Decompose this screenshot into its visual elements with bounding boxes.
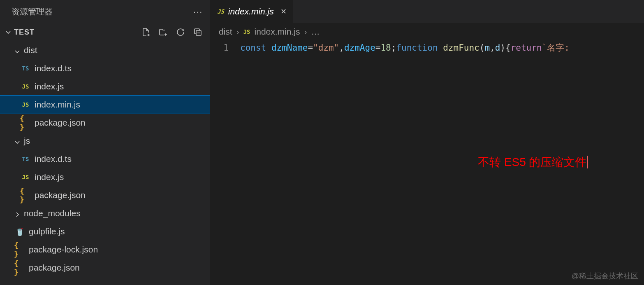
js-icon: JS <box>20 83 31 90</box>
line-number: 1 <box>211 41 240 54</box>
code-token: 18 <box>380 43 391 53</box>
code-token: d <box>495 43 500 53</box>
ts-icon: TS <box>20 156 31 162</box>
code-token: function <box>396 43 438 53</box>
chevron-right-icon <box>14 210 21 217</box>
chevron-down-icon <box>14 47 21 54</box>
tree-file[interactable]: { }package-lock.json <box>0 241 210 259</box>
js-icon: JS <box>217 8 224 15</box>
code-token: `名字: <box>542 43 570 53</box>
tree-folder[interactable]: dist <box>0 41 210 59</box>
chevron-down-icon <box>14 138 21 144</box>
tree-folder[interactable]: js <box>0 132 210 150</box>
gulp-icon: 🥤 <box>14 227 25 236</box>
tree-item-label: index.js <box>35 82 64 91</box>
collapse-all-icon[interactable] <box>193 27 203 37</box>
tree-item-label: index.js <box>35 172 64 182</box>
breadcrumb-seg-file[interactable]: index.min.js <box>255 27 300 37</box>
root-folder-name: TEST <box>14 28 35 37</box>
code-token: dzmName <box>271 43 308 53</box>
close-icon[interactable]: ✕ <box>280 7 287 16</box>
tree-item-label: node_modules <box>24 208 81 218</box>
tab-index-min-js[interactable]: JS index.min.js ✕ <box>211 0 294 23</box>
explorer-toolbar <box>141 27 203 37</box>
root-folder-row[interactable]: TEST <box>0 23 210 41</box>
tree-item-label: package.json <box>35 118 86 128</box>
tree-item-label: package.json <box>35 190 86 200</box>
tree-item-label: gulpfile.js <box>29 227 65 236</box>
new-file-icon[interactable] <box>141 27 151 37</box>
breadcrumb-seg-dist[interactable]: dist <box>219 27 232 37</box>
editor-pane: JS index.min.js ✕ dist › JS index.min.js… <box>211 0 644 285</box>
chevron-right-icon: › <box>236 27 239 37</box>
tree-folder[interactable]: node_modules <box>0 204 210 222</box>
tree-item-label: package.json <box>29 263 80 273</box>
tree-item-label: js <box>24 136 30 146</box>
tree-file[interactable]: JSindex.js <box>0 168 210 186</box>
js-icon: JS <box>243 28 250 35</box>
tree-item-label: index.d.ts <box>35 154 72 164</box>
code-token: dzmFunc <box>443 43 480 53</box>
code-line-1[interactable]: const dzmName="dzm",dzmAge=18;function d… <box>240 41 570 54</box>
refresh-icon[interactable] <box>176 27 185 37</box>
code-token: const <box>240 43 266 53</box>
annotation-text: 不转 ES5 的压缩文件 <box>478 154 588 170</box>
js-icon: JS <box>20 101 31 108</box>
tree-item-label: index.min.js <box>35 100 80 110</box>
code-token: dzmAge <box>344 43 375 53</box>
json-icon: { } <box>20 114 31 131</box>
explorer-sidebar: 资源管理器 ··· TEST distTSindex.d.tsJSindex.j… <box>0 0 211 285</box>
tab-label: index.min.js <box>228 7 274 16</box>
chevron-right-icon: › <box>304 27 307 37</box>
new-folder-icon[interactable] <box>158 27 168 37</box>
tree-file[interactable]: { }package.json <box>0 259 210 277</box>
json-icon: { } <box>20 187 31 204</box>
file-tree: distTSindex.d.tsJSindex.jsJSindex.min.js… <box>0 41 210 285</box>
root-folder-left: TEST <box>5 28 35 37</box>
breadcrumb[interactable]: dist › JS index.min.js › … <box>211 23 644 40</box>
explorer-header: 资源管理器 ··· <box>0 0 210 23</box>
tree-file[interactable]: { }package.json <box>0 186 210 204</box>
json-icon: { } <box>14 259 25 276</box>
ts-icon: TS <box>20 65 31 72</box>
code-token: = <box>375 43 381 53</box>
tree-item-label: dist <box>24 45 37 55</box>
explorer-title: 资源管理器 <box>12 6 53 17</box>
code-token: = <box>308 43 313 53</box>
tree-file[interactable]: JSindex.min.js <box>0 96 210 114</box>
code-token: ) <box>500 43 505 53</box>
tree-file[interactable]: TSindex.d.ts <box>0 59 210 77</box>
tab-bar: JS index.min.js ✕ <box>211 0 644 23</box>
watermark: @稀土掘金技术社区 <box>572 271 638 281</box>
tree-item-label: index.d.ts <box>35 63 72 73</box>
tree-item-label: package-lock.json <box>29 245 98 255</box>
more-actions-icon[interactable]: ··· <box>193 7 203 16</box>
code-token: ; <box>391 43 396 53</box>
json-icon: { } <box>14 241 25 258</box>
code-area[interactable]: 1 const dzmName="dzm",dzmAge=18;function… <box>211 40 644 54</box>
code-token: m <box>484 43 490 53</box>
code-token: ( <box>480 43 485 53</box>
breadcrumb-tail[interactable]: … <box>311 27 320 37</box>
code-token: , <box>490 43 495 53</box>
tree-file[interactable]: JSindex.js <box>0 77 210 96</box>
tree-file[interactable]: TSindex.d.ts <box>0 150 210 168</box>
tree-file[interactable]: { }package.json <box>0 114 210 132</box>
tree-file[interactable]: 🥤gulpfile.js <box>0 222 210 241</box>
code-token: { <box>505 43 511 53</box>
code-token: return <box>511 43 542 53</box>
code-token: "dzm" <box>313 43 339 53</box>
code-token: , <box>339 43 344 53</box>
js-icon: JS <box>20 174 31 180</box>
chevron-down-icon <box>5 29 12 35</box>
